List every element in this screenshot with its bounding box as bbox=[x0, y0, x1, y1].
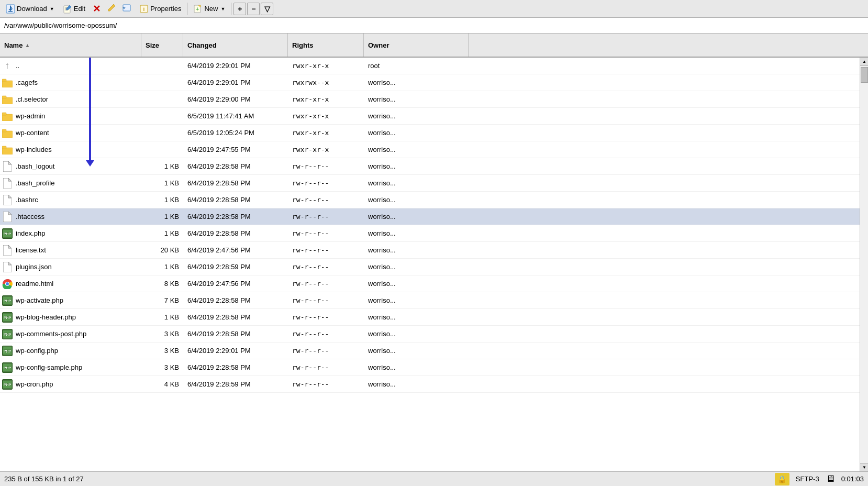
file-owner: worriso... bbox=[364, 212, 469, 222]
file-size: 1 KB bbox=[141, 228, 183, 238]
file-icon bbox=[2, 195, 13, 205]
table-row[interactable]: PHP wp-comments-post.php3 KB6/4/2019 2:2… bbox=[0, 326, 860, 343]
properties-button[interactable]: i Properties bbox=[136, 2, 185, 16]
file-changed: 6/5/2019 12:05:24 PM bbox=[183, 128, 288, 138]
table-row[interactable]: PHP wp-blog-header.php1 KB6/4/2019 2:28:… bbox=[0, 309, 860, 326]
folder-icon bbox=[2, 145, 13, 155]
file-changed: 6/4/2019 2:29:01 PM bbox=[183, 61, 288, 71]
table-row[interactable]: PHP wp-config-sample.php3 KB6/4/2019 2:2… bbox=[0, 359, 860, 376]
new-button[interactable]: + New ▼ bbox=[190, 2, 229, 16]
file-owner: worriso... bbox=[364, 379, 469, 389]
download-icon bbox=[6, 4, 15, 14]
svg-rect-17 bbox=[2, 79, 6, 82]
properties-label: Properties bbox=[150, 5, 181, 13]
file-changed: 6/4/2019 2:28:58 PM bbox=[183, 362, 288, 372]
file-changed: 6/4/2019 2:29:00 PM bbox=[183, 94, 288, 104]
file-owner: worriso... bbox=[364, 78, 469, 87]
col-header-name[interactable]: Name ▲ bbox=[0, 34, 141, 57]
rename-button[interactable] bbox=[104, 2, 119, 16]
delete-button[interactable]: ✕ bbox=[90, 2, 103, 16]
edit-button[interactable]: Edit bbox=[59, 2, 89, 16]
file-rights: rw-r--r-- bbox=[288, 262, 364, 272]
file-name: wp-comments-post.php bbox=[16, 330, 86, 338]
minus-small-button[interactable]: − bbox=[247, 3, 260, 15]
status-text: 235 B of 155 KB in 1 of 27 bbox=[4, 475, 84, 483]
file-name: plugins.json bbox=[16, 263, 52, 271]
table-row[interactable]: ↑..6/4/2019 2:29:01 PMrwxr-xr-xroot bbox=[0, 58, 860, 74]
table-row[interactable]: plugins.json1 KB6/4/2019 2:28:59 PMrw-r-… bbox=[0, 259, 860, 275]
table-row[interactable]: .bash_profile1 KB6/4/2019 2:28:58 PMrw-r… bbox=[0, 175, 860, 192]
table-row[interactable]: PHP wp-activate.php7 KB6/4/2019 2:28:58 … bbox=[0, 292, 860, 309]
file-name: .cagefs bbox=[16, 79, 38, 86]
table-row[interactable]: PHP wp-cron.php4 KB6/4/2019 2:28:59 PMrw… bbox=[0, 376, 860, 393]
col-header-size[interactable]: Size bbox=[141, 34, 183, 57]
arrow-small-button[interactable]: ▽ bbox=[261, 3, 273, 15]
file-changed: 6/4/2019 2:28:58 PM bbox=[183, 178, 288, 188]
file-size: 1 KB bbox=[141, 262, 183, 272]
lock-icon bbox=[775, 473, 789, 485]
file-owner: worriso... bbox=[364, 312, 469, 322]
file-size bbox=[141, 65, 183, 67]
up-dir-icon: ↑ bbox=[2, 61, 13, 71]
download-button[interactable]: Download ▼ bbox=[2, 2, 58, 16]
refresh-button[interactable] bbox=[120, 2, 135, 16]
address-path: /var/www/public/worrisome-opossum/ bbox=[4, 21, 117, 29]
file-icon bbox=[2, 262, 13, 272]
table-row[interactable]: license.txt20 KB6/4/2019 2:47:56 PMrw-r-… bbox=[0, 242, 860, 259]
table-row[interactable]: PHP wp-config.php3 KB6/4/2019 2:29:01 PM… bbox=[0, 343, 860, 359]
file-size: 3 KB bbox=[141, 329, 183, 339]
scrollbar: ▲ ▼ bbox=[860, 58, 868, 471]
file-changed: 6/4/2019 2:47:56 PM bbox=[183, 279, 288, 289]
file-rights: rwxr-xr-x bbox=[288, 128, 364, 138]
edit-label: Edit bbox=[74, 5, 85, 13]
col-header-owner[interactable]: Owner bbox=[364, 34, 469, 57]
table-row[interactable]: PHP index.php1 KB6/4/2019 2:28:58 PMrw-r… bbox=[0, 225, 860, 242]
file-size bbox=[141, 82, 183, 84]
file-owner: worriso... bbox=[364, 178, 469, 188]
table-row[interactable]: .bashrc1 KB6/4/2019 2:28:58 PMrw-r--r--w… bbox=[0, 192, 860, 208]
file-size bbox=[141, 98, 183, 101]
table-row[interactable]: wp-content6/5/2019 12:05:24 PMrwxr-xr-xw… bbox=[0, 125, 860, 141]
scrollbar-thumb[interactable] bbox=[861, 67, 868, 83]
file-changed: 6/4/2019 2:47:55 PM bbox=[183, 145, 288, 154]
table-row[interactable]: .cl.selector6/4/2019 2:29:00 PMrwxr-xr-x… bbox=[0, 91, 860, 108]
table-row[interactable]: wp-admin6/5/2019 11:47:41 AMrwxr-xr-xwor… bbox=[0, 108, 860, 125]
svg-point-44 bbox=[6, 282, 9, 285]
table-row[interactable]: .bash_logout1 KB6/4/2019 2:28:58 PMrw-r-… bbox=[0, 158, 860, 175]
file-name: wp-config.php bbox=[16, 347, 58, 355]
file-icon bbox=[2, 212, 13, 222]
file-owner: root bbox=[364, 61, 469, 71]
column-headers: Name ▲ Size Changed Rights Owner bbox=[0, 34, 868, 58]
scrollbar-down[interactable]: ▼ bbox=[860, 463, 868, 471]
properties-icon: i bbox=[139, 4, 149, 14]
table-row[interactable]: readme.html8 KB6/4/2019 2:47:56 PMrw-r--… bbox=[0, 275, 860, 292]
file-changed: 6/4/2019 2:28:58 PM bbox=[183, 212, 288, 222]
file-changed: 6/4/2019 2:28:59 PM bbox=[183, 379, 288, 389]
separator-2 bbox=[231, 3, 231, 15]
file-rights: rw-r--r-- bbox=[288, 346, 364, 356]
col-header-changed[interactable]: Changed bbox=[183, 34, 288, 57]
col-header-rights[interactable]: Rights bbox=[288, 34, 364, 57]
table-row[interactable]: .cagefs6/4/2019 2:29:01 PMrwxrwx--xworri… bbox=[0, 74, 860, 91]
download-label: Download bbox=[17, 5, 47, 13]
file-size: 4 KB bbox=[141, 379, 183, 389]
table-row[interactable]: wp-includes6/4/2019 2:47:55 PMrwxr-xr-xw… bbox=[0, 141, 860, 158]
file-rights: rw-r--r-- bbox=[288, 329, 364, 339]
file-name: index.php bbox=[16, 229, 45, 237]
table-row[interactable]: .htaccess1 KB6/4/2019 2:28:58 PMrw-r--r-… bbox=[0, 208, 860, 225]
download-dropdown-arrow[interactable]: ▼ bbox=[50, 6, 54, 12]
file-rights: rwxr-xr-x bbox=[288, 61, 364, 71]
file-rows: ↑..6/4/2019 2:29:01 PMrwxr-xr-xroot .cag… bbox=[0, 58, 860, 471]
file-owner: worriso... bbox=[364, 195, 469, 205]
file-size: 1 KB bbox=[141, 178, 183, 188]
add-small-button[interactable]: + bbox=[233, 3, 246, 15]
toolbar: Download ▼ Edit ✕ bbox=[0, 0, 868, 18]
new-dropdown-arrow[interactable]: ▼ bbox=[220, 6, 225, 12]
svg-marker-39 bbox=[8, 245, 12, 248]
file-name: readme.html bbox=[16, 280, 53, 288]
svg-marker-29 bbox=[8, 178, 12, 181]
status-bar: 235 B of 155 KB in 1 of 27 SFTP-3 🖥 0:01… bbox=[0, 471, 868, 486]
svg-marker-33 bbox=[8, 212, 12, 215]
scrollbar-up[interactable]: ▲ bbox=[860, 58, 868, 66]
file-size: 20 KB bbox=[141, 245, 183, 255]
